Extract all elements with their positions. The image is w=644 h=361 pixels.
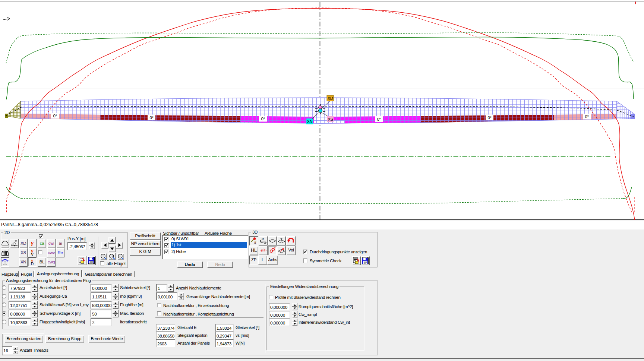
svg-text:0°: 0° (487, 115, 491, 120)
svg-text:0°: 0° (53, 114, 57, 118)
svg-text:1:1: 1:1 (110, 255, 113, 257)
svg-text:#: # (254, 241, 256, 245)
svg-text:0°: 0° (261, 117, 265, 121)
svg-text:XD: XD (328, 96, 333, 101)
svg-text:0°: 0° (585, 114, 588, 119)
svg-text:0°: 0° (149, 115, 153, 120)
svg-text:XN: XN (307, 119, 313, 124)
svg-text:α: α (262, 237, 264, 241)
svg-text:0°: 0° (377, 117, 381, 121)
svg-text:XS: XS (328, 117, 333, 121)
